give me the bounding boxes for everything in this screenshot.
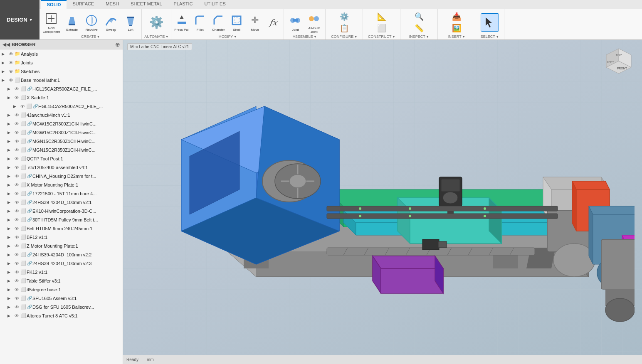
create-loft[interactable]: Loft xyxy=(121,12,140,32)
modify-fillet[interactable]: Fillet xyxy=(191,12,209,32)
sidebar-item-mgw15-2[interactable]: ▶ 👁 ⬜ 🔗 MGW15C2R300Z1Cll-HiwinC... xyxy=(0,128,123,137)
assemble-as-built-joint[interactable]: As-BuiltJoint xyxy=(305,10,323,34)
construct-icon2[interactable]: ⬜ xyxy=(376,23,388,34)
sidebar-item-belt[interactable]: ▶ 👁 ⬜ Belt HTD5M 9mm 240-245mm:1 xyxy=(0,224,123,233)
qctp-label: QCTP Tool Post:1 xyxy=(27,156,121,161)
svg-rect-10 xyxy=(178,22,186,24)
modify-chamfer[interactable]: Chamfer xyxy=(210,12,227,32)
sidebar-item-table-stiffer[interactable]: ▶ 👁 ⬜ Table Stiffer v3:1 xyxy=(0,276,123,285)
sidebar-item-45degree[interactable]: ▶ 👁 ⬜ 45degree base:1 xyxy=(0,285,123,294)
sidebar-item-24hs39-2[interactable]: ▶ 👁 ⬜ 🔗 24HS39-4204D_100mm v2:2 xyxy=(0,250,123,259)
svg-rect-66 xyxy=(441,179,460,192)
sidebar-item-qctp[interactable]: ▶ 👁 ⬜ QCTP Tool Post:1 xyxy=(0,154,123,163)
x-motor-plate-label: X Motor Mounting Plate:1 xyxy=(27,182,121,187)
design-button[interactable]: DESIGN ▼ xyxy=(0,0,40,39)
svg-marker-76 xyxy=(589,206,635,214)
ribbon-group-configure: ⚙️ 📋 CONFIGURE ▼ xyxy=(326,9,363,39)
30t-pulley-label: 30T HTD5M Pulley 9mm Belt t... xyxy=(32,217,121,222)
svg-rect-16 xyxy=(293,19,298,22)
create-group-label: CREATE xyxy=(81,34,96,39)
svg-point-18 xyxy=(314,16,319,21)
sidebar-item-mgn15-2[interactable]: ▶ 👁 ⬜ 🔗 MGN15C2R350Z1Cll-HiwinC... xyxy=(0,145,123,154)
svg-rect-9 xyxy=(129,25,132,26)
ribbon-group-create: NewComponent Extrude Revol xyxy=(40,9,142,39)
ribbon-row: NewComponent Extrude Revol xyxy=(40,9,642,39)
svg-rect-13 xyxy=(234,18,239,23)
sidebar-item-hgl15-1[interactable]: ▶ 👁 ⬜ 🔗 HGL15CA2R500ZAC2_FILE_... xyxy=(0,84,123,93)
svg-marker-77 xyxy=(589,206,593,264)
tab-mesh[interactable]: MESH xyxy=(100,0,125,9)
sidebar-item-altoros[interactable]: ▶ 👁 ⬜ Altoros Turret 8 ATC v5:1 xyxy=(0,311,123,320)
tab-solid[interactable]: SOLID xyxy=(41,0,67,9)
construct-icon1[interactable]: 📐 xyxy=(376,11,388,22)
sidebar-item-sketches[interactable]: ▶ 👁 📁 Sketches xyxy=(0,67,123,76)
create-extrude[interactable]: Extrude xyxy=(63,12,81,32)
create-sweep[interactable]: Sweep xyxy=(102,12,120,32)
sidebar-item-ek10[interactable]: ▶ 👁 ⬜ 🔗 EK10-HiwinCorporation-3D-C... xyxy=(0,207,123,215)
create-revolve[interactable]: Revolve xyxy=(82,12,101,32)
z-motor-plate-label: Z Motor Mounting Plate:1 xyxy=(27,243,121,248)
sidebar-item-4jawchuck[interactable]: ▶ 👁 ⬜ 4Jawchuck4inch v1:1 xyxy=(0,111,123,119)
tab-plastic[interactable]: PLASTIC xyxy=(168,0,199,9)
modify-move[interactable]: ✛ Move xyxy=(246,12,264,32)
automate-icon[interactable]: ⚙️ xyxy=(147,13,165,32)
sidebar-item-dsg-sfu1605[interactable]: ▶ 👁 ⬜ 🔗 DSG for SFU 1605 Ballscrev... xyxy=(0,303,123,311)
dsg-sfu1605-label: DSG for SFU 1605 Ballscrev... xyxy=(32,305,121,310)
view-cube[interactable]: TOP LEFT FRONT xyxy=(602,47,635,80)
select-icon[interactable] xyxy=(481,13,499,32)
modify-shell[interactable]: Shell xyxy=(228,12,245,32)
configure-icon1[interactable]: ⚙️ xyxy=(338,11,350,22)
sidebar-settings-icon[interactable]: ⊕ xyxy=(115,41,120,48)
sidebar-item-x-motor-plate[interactable]: ▶ 👁 ⬜ X Motor Mounting Plate:1 xyxy=(0,180,123,189)
sidebar-item-30t-pulley[interactable]: ▶ 👁 ⬜ 🔗 30T HTD5M Pulley 9mm Belt t... xyxy=(0,215,123,224)
svg-point-83 xyxy=(409,207,411,210)
insert-icon2[interactable]: 🖼️ xyxy=(451,23,462,34)
sidebar-item-24hs39-3[interactable]: ▶ 👁 ⬜ 🔗 24HS39-4204D_100mm v2:3 xyxy=(0,259,123,268)
create-new-component[interactable]: NewComponent xyxy=(41,10,62,34)
24hs39-2-label: 24HS39-4204D_100mm v2:2 xyxy=(32,252,121,257)
24hs39-3-label: 24HS39-4204D_100mm v2:3 xyxy=(32,261,121,266)
mgn15-1-label: MGN15C2R350Z1Cll-HiwinC... xyxy=(32,139,121,144)
sidebar-item-base-model-lathe[interactable]: ▶ 👁 ⬜ Base model lathe:1 xyxy=(0,76,123,84)
sidebar-item-sfu1205[interactable]: ▶ 👁 ⬜ -sfu1205x400-assembled v4:1 xyxy=(0,163,123,172)
insert-icon1[interactable]: 📥 xyxy=(451,11,462,22)
sidebar-item-z-motor-plate[interactable]: ▶ 👁 ⬜ Z Motor Mounting Plate:1 xyxy=(0,241,123,250)
tab-utilities[interactable]: UTILITIES xyxy=(198,0,231,9)
bf12-label: BF12 v1:1 xyxy=(27,235,121,240)
inspect-icon1[interactable]: 🔍 xyxy=(413,11,425,22)
sidebar-item-17221500[interactable]: ▶ 👁 ⬜ 🔗 17221500 - 15T 11mm bore 4... xyxy=(0,189,123,198)
ribbon-group-automate: ⚙️ AUTOMATE ▼ xyxy=(142,9,171,39)
sidebar-item-hgl15-2[interactable]: ▶ 👁 ⬜ 🔗 HGL15CA2R500ZAC2_FILE_... xyxy=(0,102,123,111)
base-model-lathe-label: Base model lathe:1 xyxy=(21,78,121,83)
sidebar-item-china-housing[interactable]: ▶ 👁 ⬜ 🔗 CHINA_Housing D22mm for t... xyxy=(0,172,123,180)
modify-press-pull[interactable]: Press Pull xyxy=(173,12,190,32)
configure-icon2[interactable]: 📋 xyxy=(338,23,350,34)
joints-label: Joints xyxy=(21,60,121,65)
sidebar-item-analysis[interactable]: ▶ 👁 📁 Analysis xyxy=(0,49,123,58)
sidebar-item-bf12[interactable]: ▶ 👁 ⬜ BF12 v1:1 xyxy=(0,233,123,241)
svg-point-86 xyxy=(409,215,411,217)
viewport[interactable]: Mini Lathe CNC Linear ATC v21 TOP LEFT F… xyxy=(123,40,642,364)
svg-point-82 xyxy=(359,207,361,210)
45degree-label: 45degree base:1 xyxy=(27,287,121,292)
inspect-icon2[interactable]: 📏 xyxy=(413,23,425,34)
sidebar-item-x-saddle[interactable]: ▶ 👁 ⬜ X Saddle:1 xyxy=(0,93,123,102)
svg-text:LEFT: LEFT xyxy=(607,61,614,64)
sidebar-item-joints[interactable]: ▶ 👁 📁 Joints xyxy=(0,58,123,67)
status-units: mm xyxy=(147,357,154,362)
modify-fx[interactable]: 𝑓𝑥 xyxy=(264,14,282,31)
assemble-joint[interactable]: Joint xyxy=(286,12,304,32)
tab-surface[interactable]: SURFACE xyxy=(67,0,100,9)
sidebar-item-mgn15-1[interactable]: ▶ 👁 ⬜ 🔗 MGN15C2R350Z1Cll-HiwinC... xyxy=(0,137,123,145)
svg-point-93 xyxy=(605,298,635,322)
sidebar-item-sfu1605[interactable]: ▶ 👁 ⬜ 🔗 SFU1605 Assem v3:1 xyxy=(0,294,123,303)
sidebar-collapse-btn[interactable]: ◀◀ xyxy=(2,42,10,47)
tabs-row: SOLID SURFACE MESH SHEET METAL PLASTIC U… xyxy=(40,0,642,9)
svg-rect-4 xyxy=(69,24,75,25)
sidebar-item-fk12[interactable]: ▶ 👁 ⬜ FK12 v1:1 xyxy=(0,268,123,276)
sidebar-item-24hs39-1[interactable]: ▶ 👁 ⬜ 🔗 24HS39-4204D_100mm v2:1 xyxy=(0,198,123,207)
svg-point-67 xyxy=(443,192,458,204)
ribbon-container: SOLID SURFACE MESH SHEET METAL PLASTIC U… xyxy=(40,0,642,39)
sidebar-item-mgw15-1[interactable]: ▶ 👁 ⬜ 🔗 MGW15C2R300Z1Cll-HiwinC... xyxy=(0,119,123,128)
tab-sheet-metal[interactable]: SHEET METAL xyxy=(125,0,168,9)
